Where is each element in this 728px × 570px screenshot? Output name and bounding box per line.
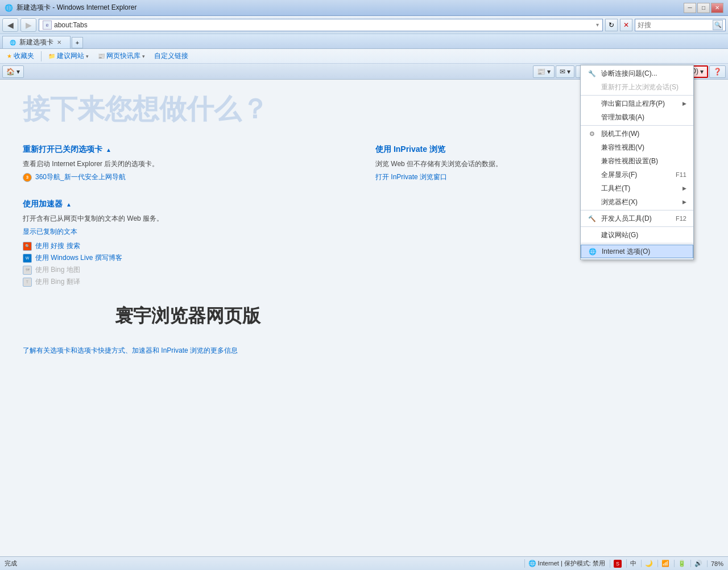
reopen-link[interactable]: 重新打开已关闭选项卡 [23,144,102,155]
menu-item-reopen-session[interactable]: 重新打开上次浏览会话(S) [581,80,693,94]
refresh-button[interactable]: ↻ [605,19,618,31]
help-icon: ❓ [713,68,722,76]
menu-item-manage-addons[interactable]: 管理加载项(A) [581,110,693,124]
address-bar[interactable]: e about:Tabs ▾ [39,19,603,31]
weather-icon: 🌙 [645,560,653,567]
suggest-site-icon [588,230,597,239]
windows-live-link[interactable]: 使用 Windows Live 撰写博客 [35,253,122,263]
menu-item-browserbars[interactable]: 浏览器栏(X) ▶ [581,195,693,209]
diagnose-label: 诊断连接问题(C)... [601,69,657,79]
offline-label: 脱机工作(W) [601,129,639,139]
speaker-item: 🔊 [690,560,702,567]
window-controls: ─ □ ✕ [684,3,723,13]
menu-sep-5 [581,243,693,243]
page-icon: e [43,20,52,30]
menu-item-devtools[interactable]: 🔨 开发人员工具(D) F12 [581,212,693,225]
bing-translate-link: 使用 Bing 翻译 [35,277,80,287]
accelerator-arrow: ▲ [66,201,72,208]
watermark-text: 寰宇浏览器网页版 [23,304,353,329]
window-title: 新建选项卡 - Windows Internet Explorer [16,3,136,13]
favorites-button[interactable]: ★ 收藏夹 [5,50,36,62]
menu-item-toolbars[interactable]: 工具栏(T) ▶ [581,181,693,195]
battery-item: 🔋 [674,560,686,567]
devtools-icon: 🔨 [588,214,597,223]
custom-link-label: 自定义链接 [154,51,188,61]
stop-button[interactable]: ✕ [620,19,632,31]
tools-dropdown-icon: ▾ [700,68,704,76]
haosou-link-item: 🔍 使用 好搜 搜索 [23,241,353,251]
suggest-sites-fav[interactable]: 📁 建议网站 ▾ [46,50,91,62]
menu-item-internet-options[interactable]: 🌐 Internet 选项(O) [581,245,693,258]
menu-item-offline[interactable]: ⚙ 脱机工作(W) [581,127,693,141]
new-tab-button[interactable]: + [72,37,83,48]
bottom-info-link[interactable]: 了解有关选项卡和选项卡快捷方式、加速器和 InPrivate 浏览的更多信息 [23,346,705,356]
home-button[interactable]: 🏠 ▾ [2,65,24,78]
new-tab[interactable]: 🌐 新建选项卡 ✕ [2,36,71,48]
menu-item-diagnose[interactable]: 🔧 诊断连接问题(C)... [581,67,693,80]
menu-sep-2 [581,125,693,126]
360-nav-link[interactable]: 360导航_新一代安全上网导航 [35,172,126,182]
reopen-desc: 查看启动 Internet Explorer 后关闭的选项卡。 [23,159,353,169]
bing-map-link: 使用 Bing 地图 [35,265,80,275]
help-button[interactable]: ❓ [709,65,726,78]
title-bar: 🌐 新建选项卡 - Windows Internet Explorer ─ □ … [0,0,728,16]
network-item: 📶 [657,560,669,567]
network-icon: 📶 [661,560,669,567]
suggest-dropdown-icon: ▾ [86,53,89,59]
status-left: 完成 [5,559,17,568]
accelerator-link[interactable]: 使用加速器 [23,199,63,209]
inprivate-link[interactable]: 使用 InPrivate 浏览 [375,144,445,155]
windows-live-link-item: W 使用 Windows Live 撰写博客 [23,253,353,263]
browserbars-submenu-arrow: ▶ [682,199,686,205]
search-input[interactable] [638,21,713,29]
menu-item-popup-blocker[interactable]: 弹出窗口阻止程序(P) ▶ [581,97,693,110]
browserbars-label: 浏览器栏(X) [601,197,638,207]
read-mail-button[interactable]: ✉ ▾ [556,65,574,78]
maximize-button[interactable]: □ [697,3,710,13]
back-button[interactable]: ◀ [2,18,18,32]
compat-view-icon [588,143,597,152]
ime-item: 中 [626,559,636,568]
feeds-fav[interactable]: 📰 网页快讯库 ▾ [96,50,147,62]
suggest-sites-label: 建议网站 [57,51,84,61]
open-inprivate-link[interactable]: 打开 InPrivate 浏览窗口 [375,173,447,181]
toolbars-icon [588,184,597,193]
address-dropdown-icon[interactable]: ▾ [596,22,599,28]
accelerator-section: 使用加速器 ▲ 打开含有已从网页中复制的文本的 Web 服务。 显示已复制的文本… [23,199,353,287]
feed-button[interactable]: 📰 ▾ [533,65,555,78]
reopen-title: 重新打开已关闭选项卡 ▲ [23,144,353,155]
bing-translate-icon: T [23,278,32,287]
feed-dropdown: ▾ [547,68,551,76]
haosou-icon: 🔍 [23,242,32,251]
close-button[interactable]: ✕ [711,3,723,13]
tab-close-button[interactable]: ✕ [57,39,61,46]
zone-text: Internet | 保护模式: 禁用 [538,559,605,568]
reopen-session-icon [588,82,597,92]
offline-icon: ⚙ [588,129,597,138]
fullscreen-icon [588,170,597,179]
menu-item-compat-view[interactable]: 兼容性视图(V) [581,141,693,154]
compat-settings-icon [588,156,597,166]
status-text: 完成 [5,559,17,568]
status-bar: 完成 🌐 Internet | 保护模式: 禁用 S 中 🌙 📶 🔋 🔊 78% [0,556,728,570]
search-button[interactable]: 🔍 [713,20,723,30]
minimize-button[interactable]: ─ [684,3,696,13]
favorites-bar: ★ 收藏夹 📁 建议网站 ▾ 📰 网页快讯库 ▾ 自定义链接 [0,49,728,64]
forward-button[interactable]: ▶ [20,18,36,32]
menu-item-suggest-site[interactable]: 建议网站(G) [581,228,693,242]
zoom-item[interactable]: 78% [707,560,723,567]
popup-blocker-label: 弹出窗口阻止程序(P) [601,99,665,109]
menu-item-compat-settings[interactable]: 兼容性视图设置(B) [581,154,693,168]
compat-settings-label: 兼容性视图设置(B) [601,156,658,166]
menu-item-fullscreen[interactable]: 全屏显示(F) F11 [581,168,693,181]
search-box: 🔍 [635,19,726,31]
tab-bar: 🌐 新建选项卡 ✕ + [0,34,728,49]
show-copied-link[interactable]: 显示已复制的文本 [23,228,77,236]
menu-sep-4 [581,226,693,227]
popup-blocker-submenu-arrow: ▶ [682,101,686,106]
star-icon: ★ [7,53,12,59]
suggest-site-label: 建议网站(G) [601,230,638,240]
haosou-link[interactable]: 使用 好搜 搜索 [35,241,80,251]
weather-item: 🌙 [641,560,653,567]
custom-link-fav[interactable]: 自定义链接 [152,50,191,62]
